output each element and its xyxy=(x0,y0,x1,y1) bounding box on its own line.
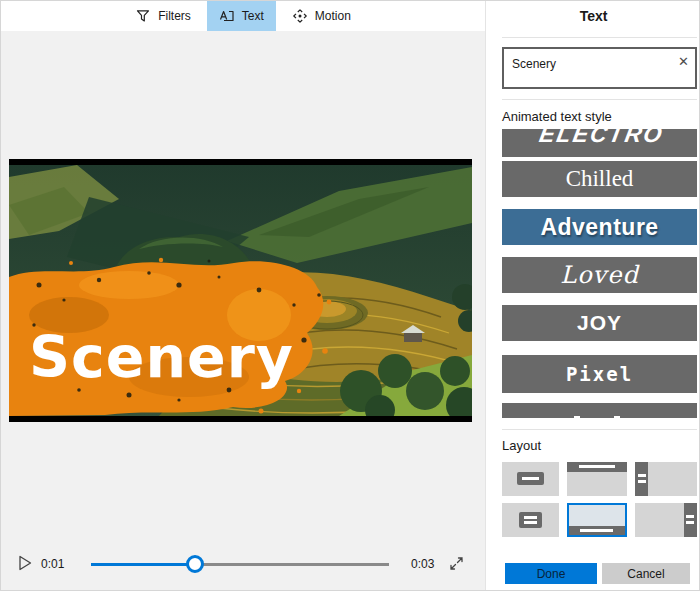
style-label: Chilled xyxy=(566,166,634,192)
style-tile-pixel[interactable]: Pixel xyxy=(502,355,697,393)
clear-text-icon[interactable]: ✕ xyxy=(678,55,689,68)
motion-label: Motion xyxy=(315,9,351,23)
text-label: Text xyxy=(242,9,264,23)
style-label: JOY xyxy=(577,311,622,335)
style-label: ELECTRO xyxy=(537,129,666,148)
overlay-text-input[interactable] xyxy=(504,49,672,73)
editor-canvas-area: Filters Text xyxy=(1,1,485,591)
divider xyxy=(502,37,697,38)
style-label: Pixel xyxy=(566,363,633,385)
slider-knob[interactable] xyxy=(186,555,204,573)
seek-slider[interactable] xyxy=(91,555,389,573)
done-button[interactable]: Done xyxy=(505,563,597,584)
layout-option-center-box[interactable] xyxy=(502,462,559,496)
text-settings-panel: Text ✕ Animated text style ELECTRO Chill… xyxy=(485,1,700,591)
cancel-button[interactable]: Cancel xyxy=(602,563,690,584)
top-toolbar: Filters Text xyxy=(1,1,485,31)
divider xyxy=(502,429,697,430)
slider-track xyxy=(195,563,389,566)
layout-center-lines-icon xyxy=(519,512,542,528)
style-tile-adventure[interactable]: Adventure xyxy=(502,209,697,245)
video-editor-window: Filters Text xyxy=(0,0,700,591)
scene-image: Scenery xyxy=(9,165,472,416)
layout-right-bar-icon xyxy=(684,503,697,537)
text-tab[interactable]: Text xyxy=(207,1,276,31)
layout-option-bottom-bar[interactable] xyxy=(567,503,627,537)
style-tile-joy[interactable]: JOY xyxy=(502,305,697,341)
filters-tab[interactable]: Filters xyxy=(123,1,203,31)
slider-fill xyxy=(91,563,195,566)
layout-option-top-bar[interactable] xyxy=(567,462,627,496)
panel-title: Text xyxy=(486,8,700,24)
layout-option-center-lines[interactable] xyxy=(502,503,559,537)
video-preview[interactable]: Scenery xyxy=(9,159,472,422)
style-tile-chilled[interactable]: Chilled xyxy=(502,161,697,197)
style-tile-loved[interactable]: Loved xyxy=(502,257,697,293)
motion-tab[interactable]: Motion xyxy=(280,1,363,31)
funnel-icon xyxy=(135,8,151,24)
play-button[interactable] xyxy=(16,555,34,573)
fullscreen-button[interactable] xyxy=(448,556,465,573)
divider xyxy=(502,99,697,100)
filters-label: Filters xyxy=(158,9,191,23)
layout-label: Layout xyxy=(502,438,541,453)
style-label: Adventure xyxy=(540,214,658,241)
current-time: 0:01 xyxy=(41,557,64,571)
overlay-text[interactable]: Scenery xyxy=(29,324,294,390)
layout-option-left-bar[interactable] xyxy=(635,462,697,496)
layout-option-right-bar[interactable] xyxy=(635,503,697,537)
overlay-text-field[interactable]: ✕ xyxy=(502,47,697,89)
style-tile-electro[interactable]: ELECTRO xyxy=(502,129,697,157)
text-style-icon xyxy=(219,8,235,24)
total-time: 0:03 xyxy=(411,557,434,571)
animated-text-style-label: Animated text style xyxy=(502,109,612,124)
style-label: Loved xyxy=(560,261,639,289)
layout-left-bar-icon xyxy=(635,462,648,496)
style-tile-partial[interactable] xyxy=(502,403,697,418)
motion-icon xyxy=(292,8,308,24)
